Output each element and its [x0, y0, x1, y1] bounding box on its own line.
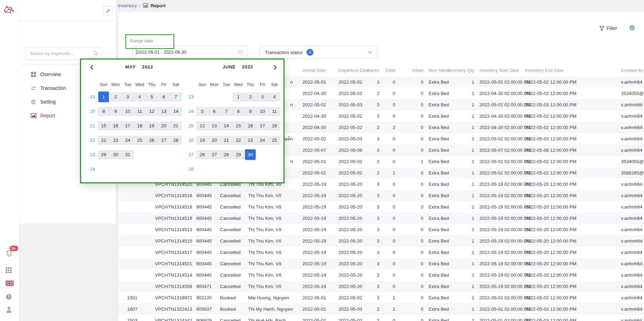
- cell-reservation-number: 900445: [196, 258, 217, 269]
- calendar-day[interactable]: 8: [98, 107, 110, 116]
- cell-adults: 3: [364, 145, 379, 156]
- calendar-day[interactable]: 27: [208, 150, 220, 159]
- calendar-day[interactable]: 13: [158, 107, 170, 116]
- calendar-day[interactable]: 18: [268, 121, 280, 130]
- calendar-day[interactable]: 31: [122, 150, 134, 159]
- calendar-day[interactable]: 5: [196, 107, 208, 116]
- sidebar-item-label: Transaction: [40, 85, 66, 91]
- calendar-day[interactable]: 25: [268, 136, 280, 145]
- calendar-day[interactable]: 14: [220, 121, 232, 130]
- calendar-day[interactable]: 10: [122, 107, 134, 116]
- user-avatar-icon[interactable]: [5, 306, 12, 314]
- calendar-day[interactable]: 2: [244, 93, 256, 101]
- cell-child: 0: [381, 224, 395, 235]
- calendar-day[interactable]: 2: [110, 93, 122, 101]
- calendar-day[interactable]: 9: [244, 107, 256, 116]
- cell-room: [119, 247, 137, 258]
- weekday-label: Wed: [232, 82, 244, 87]
- calendar-day[interactable]: 15: [98, 121, 110, 130]
- calendar-day[interactable]: 29: [232, 150, 244, 159]
- calendar-day[interactable]: 20: [208, 136, 220, 145]
- help-icon[interactable]: ?: [5, 293, 12, 301]
- cell-infant: 0: [398, 201, 423, 213]
- cell-inventory-end-date: 2022-05-02 12:00:00 PM: [525, 292, 580, 303]
- cell-inventory-qty: 1: [447, 179, 474, 190]
- calendar-day[interactable]: 17: [256, 121, 268, 130]
- calendar-day[interactable]: 26: [146, 136, 158, 145]
- calendar-day[interactable]: 16: [110, 121, 122, 130]
- cell-booking-code: VPCHTN1314517: [155, 247, 193, 258]
- apps-grid-icon[interactable]: [5, 267, 12, 275]
- cell-booking-code: VPCHTN1314518: [155, 201, 193, 213]
- cell-reservation-number: 900445: [196, 247, 217, 258]
- calendar-day[interactable]: 8: [232, 107, 244, 116]
- calendar-day[interactable]: 13: [208, 121, 220, 130]
- calendar-day[interactable]: 16: [244, 121, 256, 130]
- cell-inventory-end-date: 2022-05-02 12:00:00 PM: [525, 156, 580, 167]
- cell-created-by: 3534055@: [621, 156, 644, 167]
- calendar-day[interactable]: 23: [110, 136, 122, 145]
- calendar-day[interactable]: 3: [256, 93, 268, 101]
- language-flag-icon[interactable]: [5, 280, 14, 288]
- transaction-status-select[interactable]: Transaction status 4: [259, 46, 377, 59]
- cell-adults: 3: [364, 110, 379, 122]
- collapse-sidebar-button[interactable]: [103, 6, 113, 15]
- cell-child: 0: [381, 99, 395, 110]
- calendar-day[interactable]: 14: [170, 107, 182, 116]
- calendar-day[interactable]: 28: [220, 150, 232, 159]
- calendar-day[interactable]: 18: [134, 121, 146, 130]
- calendar-day[interactable]: 12: [196, 121, 208, 130]
- cell-booking-code: VPCHTN1322413: [155, 303, 193, 315]
- calendar-day[interactable]: 6: [208, 107, 220, 116]
- calendar-day[interactable]: 11: [268, 107, 280, 116]
- calendar-day[interactable]: 9: [110, 107, 122, 116]
- calendar-day[interactable]: 17: [122, 121, 134, 130]
- calendar-day[interactable]: 24: [256, 136, 268, 145]
- settings-gear-icon[interactable]: [629, 24, 635, 32]
- calendar-day[interactable]: 27: [158, 136, 170, 145]
- weekday-label: Fri: [158, 82, 170, 87]
- calendar-day[interactable]: 4: [134, 93, 146, 101]
- calendar-day[interactable]: 11: [134, 107, 146, 116]
- cell-booking-code: VPCHTN1314521: [155, 258, 193, 269]
- search-input[interactable]: [29, 51, 93, 56]
- calendar-day[interactable]: 3: [122, 93, 134, 101]
- calendar-day[interactable]: 10: [256, 107, 268, 116]
- calendar-day[interactable]: 25: [134, 136, 146, 145]
- calendar-day[interactable]: 7: [170, 93, 182, 101]
- calendar-day[interactable]: 21: [170, 121, 182, 130]
- breadcrumb-inventory-link[interactable]: Inventory: [118, 3, 137, 8]
- calendar-day[interactable]: 12: [146, 107, 158, 116]
- calendar-day[interactable]: 4: [268, 93, 280, 101]
- calendar-day[interactable]: 24: [122, 136, 134, 145]
- week-number: 20: [87, 107, 98, 116]
- cell-booking-code: VPCHTN1314516: [155, 190, 193, 201]
- calendar-day[interactable]: 23: [244, 136, 256, 145]
- calendar-day[interactable]: 29: [98, 150, 110, 159]
- calendar-day[interactable]: 6: [158, 93, 170, 101]
- cell-arrival-date: 2022-05-01: [302, 156, 335, 167]
- calendar-day[interactable]: 5: [146, 93, 158, 101]
- calendar-day[interactable]: 15: [232, 121, 244, 130]
- table-row: VPCHTN1314515900445CancelledThị Thu Kim,…: [119, 235, 644, 247]
- calendar-day[interactable]: 30: [110, 150, 122, 159]
- calendar-day[interactable]: 26: [196, 150, 208, 159]
- calendar-day[interactable]: 20: [158, 121, 170, 130]
- calendar-day[interactable]: 7: [220, 107, 232, 116]
- filter-button[interactable]: Filter: [599, 25, 617, 31]
- prev-month-button[interactable]: [88, 64, 95, 71]
- calendar-day[interactable]: 1: [98, 92, 109, 102]
- calendar-day[interactable]: 21: [220, 136, 232, 145]
- calendar-day[interactable]: 22: [232, 136, 244, 145]
- cell-booking-code: VPCHTN1314519: [155, 213, 193, 224]
- calendar-day[interactable]: 28: [170, 136, 182, 145]
- calendar-day[interactable]: 19: [146, 121, 158, 130]
- weekday-label: Fri: [256, 82, 268, 87]
- cell-status: Cancelled: [220, 235, 249, 247]
- calendar-day[interactable]: 30: [245, 149, 256, 160]
- cell-inventory-qty: 1: [447, 213, 474, 224]
- calendar-day[interactable]: 19: [196, 136, 208, 145]
- calendar-day[interactable]: 22: [98, 136, 110, 145]
- calendar-day[interactable]: 1: [232, 93, 244, 101]
- range-date-input[interactable]: 2022-05-01 - 2022-06-30: [132, 46, 247, 58]
